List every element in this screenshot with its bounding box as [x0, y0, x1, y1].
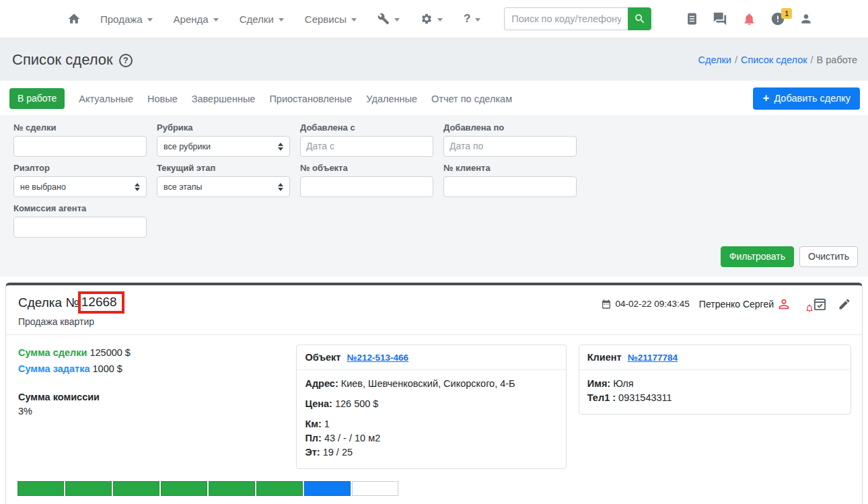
object-area-label: Пл:: [305, 433, 321, 443]
deal-responsible[interactable]: Петренко Сергей: [699, 297, 791, 312]
agent-commission-input[interactable]: [13, 217, 147, 238]
page-title-text: Список сделок: [12, 51, 113, 69]
breadcrumb: Сделки/Список сделок/В работе: [698, 55, 857, 65]
object-box-title: Объект: [305, 352, 340, 363]
messages-icon[interactable]: [712, 11, 728, 26]
client-number-link[interactable]: №21177784: [628, 353, 678, 363]
filter-current-stage: Текущий этап все этапы: [157, 157, 290, 197]
search-button[interactable]: [628, 7, 651, 30]
filter-apply-button[interactable]: Фильтровать: [721, 246, 794, 267]
breadcrumb-current: В работе: [817, 55, 857, 65]
object-floor-value: 19 / 25: [323, 447, 353, 458]
user-profile-icon[interactable]: [799, 12, 813, 26]
deal-card: Сделка №12668 Продажа квартир 04-02-22 0…: [5, 283, 863, 504]
filter-label: № объекта: [300, 163, 433, 173]
filter-label: Риэлтор: [13, 163, 147, 173]
object-rooms-label: Км:: [305, 419, 321, 429]
filter-label: Комиссия агента: [13, 203, 147, 213]
object-floor-label: Эт:: [305, 447, 320, 458]
client-phone-line: Тел1 : 0931543311: [587, 391, 842, 405]
select-updown-icon: [278, 143, 283, 151]
search-icon: [634, 13, 646, 25]
deal-sums-column: Сумма сделки 125000 $ Сумма задатка 1000…: [18, 345, 284, 418]
filters-grid: № сделки Рубрика все рубрики Добавлена с…: [13, 116, 858, 238]
menu-item-label: Аренда: [174, 13, 209, 25]
stage-segment-done: [209, 481, 255, 496]
menu-item-sdelki[interactable]: Сделки: [240, 13, 284, 25]
tab-priostanovlenye[interactable]: Приостановленые: [269, 94, 352, 104]
filter-label: № сделки: [13, 122, 147, 133]
menu-item-label: Сделки: [240, 13, 274, 25]
select-updown-icon: [278, 183, 283, 191]
deal-deposit-label: Сумма задатка: [18, 363, 89, 374]
object-area-line: Пл: 43 / - / 10 м2: [305, 431, 557, 445]
reminder-task-icon[interactable]: [811, 296, 827, 312]
object-price-label: Цена:: [305, 398, 332, 409]
menu-item-tools[interactable]: [377, 13, 400, 25]
journal-icon[interactable]: [686, 12, 698, 26]
tab-aktualnye[interactable]: Актуальные: [79, 94, 133, 104]
realtor-select-value: не выбрано: [20, 182, 66, 192]
object-box-body: Адрес: Киев, Шевченковский, Сикорского, …: [297, 370, 565, 468]
object-area-value: 43 / - / 10 м2: [324, 433, 380, 443]
notifications-bell-icon[interactable]: [742, 12, 756, 26]
deal-created-chunk: 04-02-22 09:43:45: [601, 299, 690, 310]
help-circle-icon[interactable]: ?: [119, 54, 133, 67]
select-updown-icon: [135, 183, 140, 191]
filter-object-number: № объекта: [300, 157, 433, 197]
deal-commission-label: Сумма комиссии: [18, 390, 284, 404]
deal-deposit-line: Сумма задатка 1000 $: [18, 361, 284, 377]
filter-realtor: Риэлтор не выбрано: [13, 157, 147, 197]
caret-down-icon: [213, 18, 219, 22]
alerts-exclamation-icon[interactable]: 1: [770, 11, 785, 26]
tab-zavershennye[interactable]: Завершенные: [192, 94, 256, 104]
client-phone-value: 0931543311: [618, 392, 672, 403]
page-title: Список сделок ?: [12, 51, 133, 69]
menu-item-settings[interactable]: [421, 13, 443, 25]
tab-v-rabote-active[interactable]: В работе: [9, 88, 65, 109]
breadcrumb-link-spisok-sdelok[interactable]: Список сделок: [741, 55, 807, 65]
menu-item-help[interactable]: ?: [464, 12, 480, 26]
add-deal-button[interactable]: + Добавить сделку: [753, 87, 860, 110]
date-from-input[interactable]: [300, 136, 433, 157]
rubric-select[interactable]: все рубрики: [157, 136, 290, 157]
caret-down-icon: [147, 18, 153, 22]
search-input[interactable]: [504, 7, 628, 30]
client-name-label: Имя:: [587, 378, 610, 389]
deal-amount-label: Сумма сделки: [18, 347, 87, 358]
realtor-select[interactable]: не выбрано: [13, 176, 147, 197]
tab-udalennye[interactable]: Удаленные: [366, 94, 417, 104]
question-mark-icon: ?: [464, 12, 470, 26]
object-box-header: Объект №212-513-466: [297, 345, 565, 370]
object-info-box: Объект №212-513-466 Адрес: Киев, Шевченк…: [296, 345, 566, 469]
stage-select-value: все этапы: [164, 182, 203, 192]
filter-clear-button[interactable]: Очистить: [799, 246, 858, 267]
filter-label: Добавлена по: [443, 122, 577, 133]
object-number-input[interactable]: [300, 176, 433, 197]
client-box-title: Клиент: [587, 352, 622, 363]
deal-progress-bar: [17, 481, 862, 496]
reminder-bell-icon: [805, 303, 814, 313]
tab-otchet-po-sdelkam[interactable]: Отчет по сделкам: [431, 94, 512, 104]
tab-novye[interactable]: Новые: [147, 94, 178, 104]
menu-item-servisy[interactable]: Сервисы: [305, 13, 357, 25]
stage-select[interactable]: все этапы: [157, 176, 290, 197]
deal-number-input[interactable]: [13, 136, 147, 157]
filter-agent-commission: Комиссия агента: [13, 197, 147, 238]
deal-title-block: Сделка №12668 Продажа квартир: [18, 291, 124, 327]
breadcrumb-link-sdelki[interactable]: Сделки: [698, 55, 731, 65]
object-number-link[interactable]: №212-513-466: [347, 353, 408, 363]
object-price-value: 126 500 $: [335, 398, 379, 409]
stage-segment-current: [304, 481, 351, 496]
client-info-box: Клиент №21177784 Имя: Юля Тел1 : 0931543…: [579, 345, 851, 415]
client-name-value: Юля: [613, 378, 633, 389]
menu-item-prodazha[interactable]: Продажа: [100, 13, 153, 25]
date-to-input[interactable]: [443, 136, 577, 157]
menu-item-arenda[interactable]: Аренда: [174, 13, 219, 25]
filter-label: Текущий этап: [157, 163, 290, 173]
deal-title-prefix: Сделка №: [18, 295, 79, 310]
client-number-input[interactable]: [443, 176, 577, 197]
edit-pencil-icon[interactable]: [838, 297, 851, 311]
alerts-count-badge: 1: [781, 8, 792, 19]
home-icon[interactable]: [67, 12, 81, 26]
